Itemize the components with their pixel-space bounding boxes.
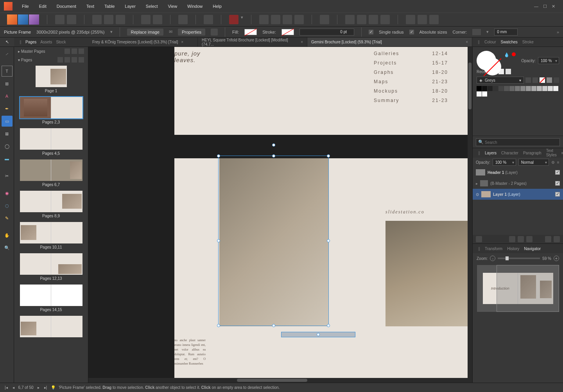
menu-view[interactable]: View <box>163 2 182 10</box>
none-swatch[interactable] <box>540 77 545 83</box>
tab-close-icon[interactable]: × <box>301 40 303 44</box>
transform-tab[interactable]: Transform <box>485 247 502 251</box>
search-input[interactable] <box>476 138 560 146</box>
doc-tab-2[interactable]: HEYL Square Trifold Brochure [Locked] [M… <box>198 38 307 47</box>
stroke-colour-well[interactable] <box>484 58 501 75</box>
boolean-icon[interactable] <box>429 15 439 24</box>
fx-icon[interactable] <box>526 236 533 242</box>
panel-menu-icon[interactable]: ≡ <box>557 160 559 165</box>
toolbar-icon[interactable] <box>116 15 125 24</box>
crop-tool-icon[interactable]: ✂ <box>2 170 13 181</box>
gear-icon[interactable]: ⚙ <box>551 160 555 165</box>
pages-thumbnails[interactable]: Page 1 Pages 2,3 Pages 4,5 Pages 6,7 Pag… <box>14 64 88 383</box>
character-tab[interactable]: Character <box>501 151 518 155</box>
baseline-icon[interactable] <box>204 15 213 24</box>
boolean-icon[interactable] <box>418 15 427 24</box>
assets-tab[interactable]: Assets <box>40 40 52 44</box>
place-image-tool-icon[interactable]: ▬ <box>2 153 13 164</box>
navigator-viewport[interactable] <box>497 265 559 312</box>
chevron-right-icon[interactable]: ▸ <box>476 181 478 186</box>
artistic-text-tool-icon[interactable]: T <box>2 66 13 77</box>
context-more-icon[interactable]: » <box>557 30 559 34</box>
layer-row[interactable]: Header 1 (Layer) <box>473 167 563 178</box>
layer-visibility-checkbox[interactable] <box>555 192 560 197</box>
align-icon[interactable] <box>320 15 329 24</box>
maximize-icon[interactable]: ☐ <box>543 4 547 9</box>
toolbar-icon[interactable] <box>67 15 76 24</box>
fill-swatch[interactable] <box>244 29 257 35</box>
persona-publisher-icon[interactable] <box>7 14 17 25</box>
menu-edit[interactable]: Edit <box>34 2 51 10</box>
flip-h-icon[interactable] <box>345 15 355 24</box>
context-dimensions[interactable]: 3000x2002 pixels @ 235dpi (255%) <box>36 30 104 34</box>
add-layer-icon[interactable] <box>545 236 551 242</box>
pen-tool-icon[interactable]: ✒ <box>2 103 13 114</box>
pages-tab[interactable]: Pages <box>25 40 36 44</box>
replace-image-button[interactable]: Replace image <box>127 29 163 36</box>
doc-tab-3[interactable]: Gemini Brochure [Locked] (59.3%) [Trial]… <box>307 38 472 47</box>
minimize-icon[interactable]: — <box>534 4 538 9</box>
layers-stack-icon[interactable] <box>476 236 482 242</box>
zoom-out-icon[interactable]: - <box>490 256 495 261</box>
rotate-ccw-icon[interactable] <box>369 15 378 24</box>
navigator-preview[interactable]: Introduction <box>477 265 559 312</box>
corner-type-dropdown[interactable] <box>472 29 481 35</box>
scrollbar-vertical[interactable] <box>468 47 472 383</box>
toolbar-icon[interactable] <box>92 15 102 24</box>
close-icon[interactable]: ✕ <box>552 4 555 9</box>
toolbar-icon[interactable] <box>141 15 151 24</box>
preview-icon[interactable] <box>178 15 188 24</box>
layers-tab[interactable]: Layers <box>485 151 497 155</box>
selection-bounds[interactable] <box>218 156 329 326</box>
snapping-icon[interactable] <box>229 15 238 24</box>
swatches-tab[interactable]: Swatches <box>500 40 517 44</box>
toolbar-icon[interactable] <box>104 15 113 24</box>
properties-button[interactable]: Properties <box>178 29 205 36</box>
menu-table[interactable]: Table <box>100 2 119 10</box>
picture-frame-2[interactable] <box>385 221 472 326</box>
colour-tab[interactable]: Colour <box>484 40 496 44</box>
scrollbar-horizontal[interactable] <box>88 378 472 383</box>
last-page-icon[interactable]: ▸| <box>43 385 48 390</box>
rectangle-tool-icon[interactable]: ▭ <box>2 116 13 127</box>
arrange-icon[interactable] <box>283 15 292 24</box>
palette-menu-icon[interactable] <box>533 77 538 83</box>
stroke-tab[interactable]: Stroke <box>522 40 534 44</box>
persona-designer-icon[interactable] <box>18 14 28 25</box>
zoom-in-icon[interactable]: + <box>554 256 559 261</box>
stock-tab[interactable]: Stock <box>56 40 66 44</box>
arrange-icon[interactable] <box>271 15 280 24</box>
frame-text-tool-icon[interactable]: A <box>2 91 13 102</box>
adjustment-icon[interactable] <box>518 236 524 242</box>
boolean-icon[interactable] <box>406 15 415 24</box>
layer-visibility-checkbox[interactable] <box>555 181 560 186</box>
tab-close-icon[interactable]: × <box>181 40 183 44</box>
layer-opacity-input[interactable]: 100 % <box>493 159 516 166</box>
toolbar-icon[interactable] <box>153 15 162 24</box>
node-tool-icon[interactable]: ⟋ <box>2 48 13 59</box>
color-picker-tool-icon[interactable]: ✎ <box>2 213 13 224</box>
corner-value-input[interactable] <box>494 29 518 36</box>
black-swatch[interactable] <box>554 77 559 83</box>
palette-grid-icon[interactable] <box>525 77 531 83</box>
paragraph-tab[interactable]: Paragraph <box>523 151 541 155</box>
menu-document[interactable]: Document <box>52 2 81 10</box>
zoom-slider[interactable] <box>498 258 540 259</box>
absolute-sizes-checkbox[interactable]: ✓ <box>409 30 414 34</box>
transparency-tool-icon[interactable]: ◌ <box>2 200 13 211</box>
panel-menu-icon[interactable]: ≡ <box>561 151 563 155</box>
menu-file[interactable]: File <box>17 2 34 10</box>
mask-icon[interactable] <box>509 236 515 242</box>
canvas[interactable]: pure, joy leaves. Galleries12-14 Project… <box>88 47 472 383</box>
history-tab[interactable]: History <box>507 247 519 251</box>
navigator-tab[interactable]: Navigator <box>524 247 541 251</box>
frame-props-icon[interactable] <box>211 29 218 36</box>
table-tool-icon[interactable]: ⊞ <box>2 78 13 89</box>
menu-text[interactable]: Text <box>82 2 99 10</box>
layer-row-selected[interactable]: ⊙ Layer 1 (Layer) <box>473 189 563 200</box>
flip-v-icon[interactable] <box>357 15 366 24</box>
arrange-icon[interactable] <box>294 15 304 24</box>
frame-slider[interactable] <box>281 332 355 337</box>
placeholder-icon[interactable]: ◯ <box>2 141 13 152</box>
stroke-width-input[interactable] <box>299 29 354 36</box>
